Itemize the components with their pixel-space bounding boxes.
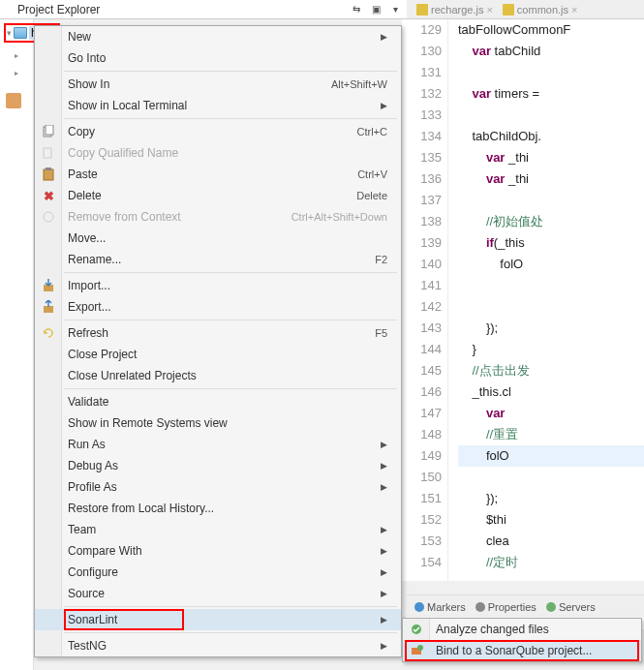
menu-item-move[interactable]: Move... [35, 228, 401, 249]
chevron-right-icon: ▶ [381, 525, 387, 534]
menu-item-remove-from-context: Remove from ContextCtrl+Alt+Shift+Down [35, 206, 401, 228]
menu-item-testng[interactable]: TestNG▶ [35, 635, 401, 656]
submenu-item-analyze-changed-files[interactable]: Analyze changed files [403, 619, 641, 640]
analyze-icon [409, 622, 424, 637]
menu-label: Bind to a SonarQube project... [436, 644, 592, 657]
svg-rect-4 [46, 168, 51, 170]
menu-item-configure[interactable]: Configure▶ [35, 562, 401, 583]
menu-item-new[interactable]: New▶ [35, 26, 401, 47]
tab-properties[interactable]: Properties [475, 601, 537, 613]
menu-item-copy-qualified-name: Copy Qualified Name [35, 142, 401, 164]
menu-label: Show In [68, 77, 109, 91]
menu-item-show-in[interactable]: Show InAlt+Shift+W [35, 74, 401, 95]
menu-item-show-in-remote-systems-view[interactable]: Show in Remote Systems view [35, 412, 401, 434]
menu-label: TestNG [68, 639, 107, 653]
menu-label: Close Project [68, 348, 137, 361]
menu-item-refresh[interactable]: RefreshF5 [35, 322, 401, 344]
focus-icon[interactable]: ▣ [368, 2, 383, 17]
project-explorer-title: Project Explorer [17, 3, 100, 16]
tab-label: recharge.js [431, 4, 483, 15]
menu-label: Analyze changed files [436, 623, 549, 636]
menu-item-import[interactable]: Import... [35, 275, 401, 296]
menu-label: Source [68, 587, 105, 600]
chevron-right-icon: ▶ [381, 589, 387, 598]
menu-item-debug-as[interactable]: Debug As▶ [35, 455, 401, 476]
menu-item-export[interactable]: Export... [35, 296, 401, 318]
menu-item-source[interactable]: Source▶ [35, 583, 401, 604]
svg-point-10 [417, 645, 423, 651]
submenu-item-bind-to-a-sonarqube-project[interactable]: Bind to a SonarQube project... [403, 640, 641, 661]
refresh-icon [41, 325, 56, 341]
view-menu-icon[interactable]: ▾ [387, 2, 403, 17]
close-icon[interactable]: × [571, 4, 577, 15]
link-icon[interactable]: ⇆ [349, 2, 364, 17]
menu-item-team[interactable]: Team▶ [35, 519, 401, 540]
tab-label: Properties [488, 601, 537, 613]
copy-icon [41, 124, 56, 139]
menu-label: Go Into [68, 51, 106, 65]
delete-icon: ✖ [41, 188, 56, 203]
code-editor[interactable]: 1291301311321331341351361371381391401411… [402, 19, 644, 581]
svg-rect-7 [44, 306, 53, 313]
tab-recharge[interactable]: recharge.js × [413, 3, 497, 16]
expand-icon[interactable]: ▸ [12, 68, 21, 77]
menu-item-delete[interactable]: ✖DeleteDelete [35, 185, 401, 206]
bottom-panel-tabs: Markers Properties Servers [407, 594, 644, 618]
menu-label: Close Unrelated Projects [68, 369, 197, 382]
menu-label: Team [68, 523, 96, 536]
menu-item-sonarlint[interactable]: SonarLint▶ [35, 609, 401, 630]
menu-item-close-project[interactable]: Close Project [35, 344, 401, 365]
menu-item-profile-as[interactable]: Profile As▶ [35, 476, 401, 498]
line-gutter: 1291301311321331341351361371381391401411… [402, 19, 448, 581]
shortcut: Ctrl+C [357, 126, 387, 137]
menu-item-run-as[interactable]: Run As▶ [35, 434, 401, 455]
tab-label: common.js [517, 4, 568, 15]
tab-common[interactable]: common.js × [499, 3, 582, 16]
menu-item-validate[interactable]: Validate [35, 391, 401, 412]
bind-icon [409, 643, 424, 658]
menu-item-copy[interactable]: CopyCtrl+C [35, 121, 401, 142]
chevron-right-icon: ▶ [381, 482, 387, 492]
expand-icon[interactable]: ▸ [12, 50, 21, 60]
menu-label: Export... [68, 300, 111, 314]
menu-label: Remove from Context [68, 210, 181, 224]
menu-label: Copy Qualified Name [68, 146, 178, 160]
chevron-right-icon: ▶ [381, 461, 387, 471]
menu-item-close-unrelated-projects[interactable]: Close Unrelated Projects [35, 365, 401, 386]
menu-item-rename[interactable]: Rename...F2 [35, 249, 401, 270]
chevron-right-icon: ▶ [381, 615, 387, 624]
menu-label: Refresh [68, 326, 108, 340]
menu-item-go-into[interactable]: Go Into [35, 47, 401, 69]
import-icon [41, 278, 56, 293]
project-tree[interactable]: ▾ html ▸ ▸ [0, 19, 34, 670]
sonarlint-submenu: Analyze changed filesBind to a SonarQube… [402, 618, 642, 662]
close-icon[interactable]: × [486, 4, 492, 15]
chevron-right-icon: ▶ [381, 440, 387, 449]
shortcut: F5 [375, 327, 387, 339]
shortcut: Alt+Shift+W [331, 78, 387, 90]
project-explorer-panel: Project Explorer ⇆ ▣ ▾ [0, 0, 407, 19]
paste-icon [41, 167, 56, 182]
context-menu: New▶Go IntoShow InAlt+Shift+WShow in Loc… [34, 25, 402, 657]
svg-rect-2 [44, 148, 51, 158]
shortcut: F2 [375, 254, 387, 265]
file-icon[interactable] [6, 93, 21, 108]
editor-tabs: recharge.js × common.js × [407, 0, 644, 19]
menu-label: Restore from Local History... [68, 502, 214, 515]
js-file-icon [416, 4, 428, 15]
code-content[interactable]: tabFollowCommonF var tabChild var timers… [448, 19, 644, 581]
collapse-icon[interactable]: ▾ [7, 28, 12, 38]
menu-label: Configure [68, 565, 118, 579]
remove-icon [41, 209, 56, 225]
svg-point-5 [44, 212, 53, 222]
menu-item-show-in-local-terminal[interactable]: Show in Local Terminal▶ [35, 95, 401, 116]
menu-item-paste[interactable]: PasteCtrl+V [35, 164, 401, 185]
menu-item-compare-with[interactable]: Compare With▶ [35, 540, 401, 562]
tab-servers[interactable]: Servers [546, 601, 596, 613]
menu-item-restore-from-local-history[interactable]: Restore from Local History... [35, 498, 401, 519]
tab-markers[interactable]: Markers [414, 601, 466, 613]
menu-label: SonarLint [68, 613, 117, 626]
export-icon [41, 299, 56, 315]
menu-label: Debug As [68, 459, 118, 472]
shortcut: Ctrl+Alt+Shift+Down [291, 211, 387, 223]
